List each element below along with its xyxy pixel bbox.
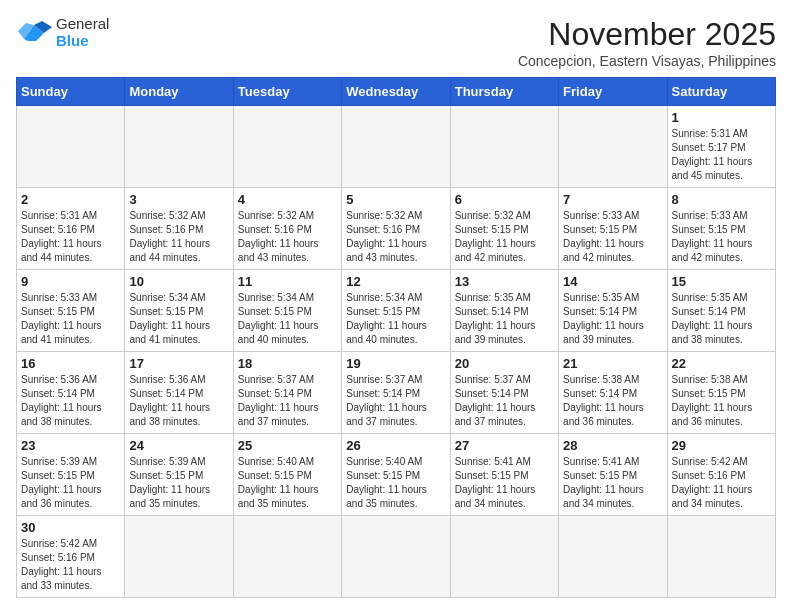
day-number: 17 — [129, 356, 228, 371]
day-number: 16 — [21, 356, 120, 371]
day-info: Sunrise: 5:41 AM Sunset: 5:15 PM Dayligh… — [455, 455, 554, 511]
calendar-cell: 28Sunrise: 5:41 AM Sunset: 5:15 PM Dayli… — [559, 434, 667, 516]
day-info: Sunrise: 5:40 AM Sunset: 5:15 PM Dayligh… — [346, 455, 445, 511]
calendar-cell: 29Sunrise: 5:42 AM Sunset: 5:16 PM Dayli… — [667, 434, 775, 516]
calendar-cell: 27Sunrise: 5:41 AM Sunset: 5:15 PM Dayli… — [450, 434, 558, 516]
day-number: 23 — [21, 438, 120, 453]
weekday-header-friday: Friday — [559, 78, 667, 106]
calendar-cell: 30Sunrise: 5:42 AM Sunset: 5:16 PM Dayli… — [17, 516, 125, 598]
calendar-cell: 3Sunrise: 5:32 AM Sunset: 5:16 PM Daylig… — [125, 188, 233, 270]
day-number: 14 — [563, 274, 662, 289]
day-info: Sunrise: 5:37 AM Sunset: 5:14 PM Dayligh… — [455, 373, 554, 429]
day-number: 1 — [672, 110, 771, 125]
weekday-header-wednesday: Wednesday — [342, 78, 450, 106]
weekday-header-saturday: Saturday — [667, 78, 775, 106]
calendar-week-row: 2Sunrise: 5:31 AM Sunset: 5:16 PM Daylig… — [17, 188, 776, 270]
day-number: 21 — [563, 356, 662, 371]
calendar-cell — [125, 106, 233, 188]
day-number: 2 — [21, 192, 120, 207]
weekday-header-monday: Monday — [125, 78, 233, 106]
day-number: 13 — [455, 274, 554, 289]
calendar-cell: 13Sunrise: 5:35 AM Sunset: 5:14 PM Dayli… — [450, 270, 558, 352]
calendar-cell: 19Sunrise: 5:37 AM Sunset: 5:14 PM Dayli… — [342, 352, 450, 434]
calendar-cell — [233, 516, 341, 598]
calendar-cell: 7Sunrise: 5:33 AM Sunset: 5:15 PM Daylig… — [559, 188, 667, 270]
calendar-cell: 1Sunrise: 5:31 AM Sunset: 5:17 PM Daylig… — [667, 106, 775, 188]
day-info: Sunrise: 5:32 AM Sunset: 5:15 PM Dayligh… — [455, 209, 554, 265]
day-info: Sunrise: 5:39 AM Sunset: 5:15 PM Dayligh… — [129, 455, 228, 511]
calendar-cell: 9Sunrise: 5:33 AM Sunset: 5:15 PM Daylig… — [17, 270, 125, 352]
day-info: Sunrise: 5:39 AM Sunset: 5:15 PM Dayligh… — [21, 455, 120, 511]
day-info: Sunrise: 5:33 AM Sunset: 5:15 PM Dayligh… — [563, 209, 662, 265]
calendar-cell — [559, 516, 667, 598]
day-info: Sunrise: 5:34 AM Sunset: 5:15 PM Dayligh… — [346, 291, 445, 347]
calendar-week-row: 30Sunrise: 5:42 AM Sunset: 5:16 PM Dayli… — [17, 516, 776, 598]
day-info: Sunrise: 5:38 AM Sunset: 5:15 PM Dayligh… — [672, 373, 771, 429]
day-number: 18 — [238, 356, 337, 371]
day-number: 3 — [129, 192, 228, 207]
calendar-cell: 12Sunrise: 5:34 AM Sunset: 5:15 PM Dayli… — [342, 270, 450, 352]
day-info: Sunrise: 5:32 AM Sunset: 5:16 PM Dayligh… — [346, 209, 445, 265]
day-number: 5 — [346, 192, 445, 207]
day-info: Sunrise: 5:33 AM Sunset: 5:15 PM Dayligh… — [21, 291, 120, 347]
day-number: 25 — [238, 438, 337, 453]
day-number: 24 — [129, 438, 228, 453]
day-info: Sunrise: 5:32 AM Sunset: 5:16 PM Dayligh… — [238, 209, 337, 265]
weekday-header-sunday: Sunday — [17, 78, 125, 106]
day-info: Sunrise: 5:40 AM Sunset: 5:15 PM Dayligh… — [238, 455, 337, 511]
calendar-cell — [233, 106, 341, 188]
calendar-cell — [125, 516, 233, 598]
calendar-cell: 6Sunrise: 5:32 AM Sunset: 5:15 PM Daylig… — [450, 188, 558, 270]
day-number: 29 — [672, 438, 771, 453]
day-info: Sunrise: 5:38 AM Sunset: 5:14 PM Dayligh… — [563, 373, 662, 429]
day-info: Sunrise: 5:36 AM Sunset: 5:14 PM Dayligh… — [129, 373, 228, 429]
calendar-cell — [342, 106, 450, 188]
calendar-cell: 4Sunrise: 5:32 AM Sunset: 5:16 PM Daylig… — [233, 188, 341, 270]
day-number: 10 — [129, 274, 228, 289]
calendar-cell — [450, 516, 558, 598]
day-info: Sunrise: 5:35 AM Sunset: 5:14 PM Dayligh… — [672, 291, 771, 347]
calendar-week-row: 1Sunrise: 5:31 AM Sunset: 5:17 PM Daylig… — [17, 106, 776, 188]
calendar-cell: 8Sunrise: 5:33 AM Sunset: 5:15 PM Daylig… — [667, 188, 775, 270]
day-info: Sunrise: 5:36 AM Sunset: 5:14 PM Dayligh… — [21, 373, 120, 429]
header: General Blue November 2025 Concepcion, E… — [16, 16, 776, 69]
calendar-cell: 2Sunrise: 5:31 AM Sunset: 5:16 PM Daylig… — [17, 188, 125, 270]
calendar-cell: 18Sunrise: 5:37 AM Sunset: 5:14 PM Dayli… — [233, 352, 341, 434]
calendar-week-row: 16Sunrise: 5:36 AM Sunset: 5:14 PM Dayli… — [17, 352, 776, 434]
day-info: Sunrise: 5:37 AM Sunset: 5:14 PM Dayligh… — [238, 373, 337, 429]
day-info: Sunrise: 5:35 AM Sunset: 5:14 PM Dayligh… — [563, 291, 662, 347]
day-number: 20 — [455, 356, 554, 371]
day-number: 30 — [21, 520, 120, 535]
calendar-cell — [559, 106, 667, 188]
day-info: Sunrise: 5:37 AM Sunset: 5:14 PM Dayligh… — [346, 373, 445, 429]
weekday-header-tuesday: Tuesday — [233, 78, 341, 106]
calendar-cell — [17, 106, 125, 188]
calendar-table: SundayMondayTuesdayWednesdayThursdayFrid… — [16, 77, 776, 598]
day-info: Sunrise: 5:32 AM Sunset: 5:16 PM Dayligh… — [129, 209, 228, 265]
calendar-week-row: 9Sunrise: 5:33 AM Sunset: 5:15 PM Daylig… — [17, 270, 776, 352]
day-number: 6 — [455, 192, 554, 207]
calendar-cell: 21Sunrise: 5:38 AM Sunset: 5:14 PM Dayli… — [559, 352, 667, 434]
month-title: November 2025 — [518, 16, 776, 53]
day-info: Sunrise: 5:33 AM Sunset: 5:15 PM Dayligh… — [672, 209, 771, 265]
day-number: 27 — [455, 438, 554, 453]
day-number: 8 — [672, 192, 771, 207]
day-number: 28 — [563, 438, 662, 453]
day-info: Sunrise: 5:42 AM Sunset: 5:16 PM Dayligh… — [21, 537, 120, 593]
day-number: 19 — [346, 356, 445, 371]
calendar-cell: 10Sunrise: 5:34 AM Sunset: 5:15 PM Dayli… — [125, 270, 233, 352]
calendar-cell: 22Sunrise: 5:38 AM Sunset: 5:15 PM Dayli… — [667, 352, 775, 434]
day-number: 15 — [672, 274, 771, 289]
day-number: 12 — [346, 274, 445, 289]
title-area: November 2025 Concepcion, Eastern Visaya… — [518, 16, 776, 69]
day-info: Sunrise: 5:41 AM Sunset: 5:15 PM Dayligh… — [563, 455, 662, 511]
calendar-cell: 15Sunrise: 5:35 AM Sunset: 5:14 PM Dayli… — [667, 270, 775, 352]
calendar-cell: 11Sunrise: 5:34 AM Sunset: 5:15 PM Dayli… — [233, 270, 341, 352]
day-number: 9 — [21, 274, 120, 289]
logo-text: General Blue — [56, 16, 109, 49]
day-number: 4 — [238, 192, 337, 207]
day-number: 22 — [672, 356, 771, 371]
calendar-cell: 5Sunrise: 5:32 AM Sunset: 5:16 PM Daylig… — [342, 188, 450, 270]
day-info: Sunrise: 5:34 AM Sunset: 5:15 PM Dayligh… — [238, 291, 337, 347]
day-info: Sunrise: 5:34 AM Sunset: 5:15 PM Dayligh… — [129, 291, 228, 347]
